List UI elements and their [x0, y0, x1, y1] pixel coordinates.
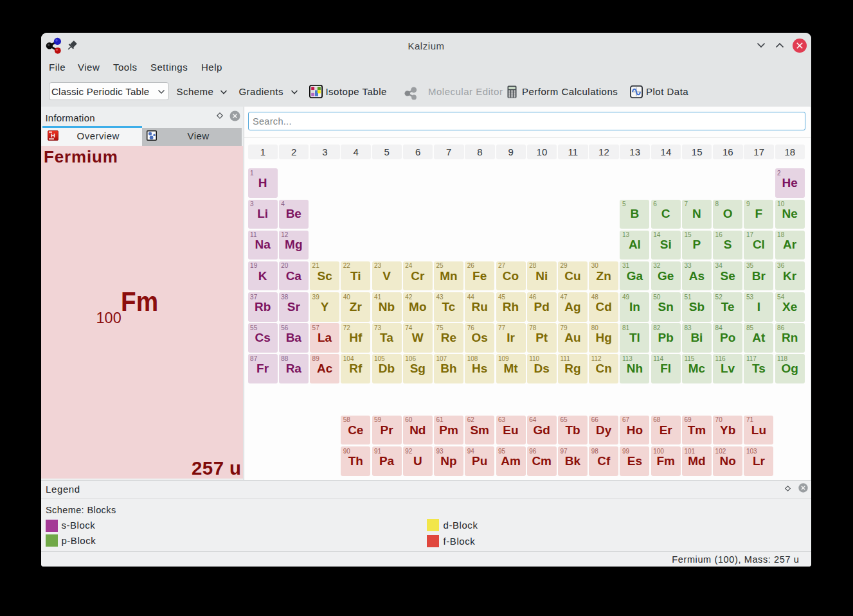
- svg-text:H: H: [51, 132, 55, 139]
